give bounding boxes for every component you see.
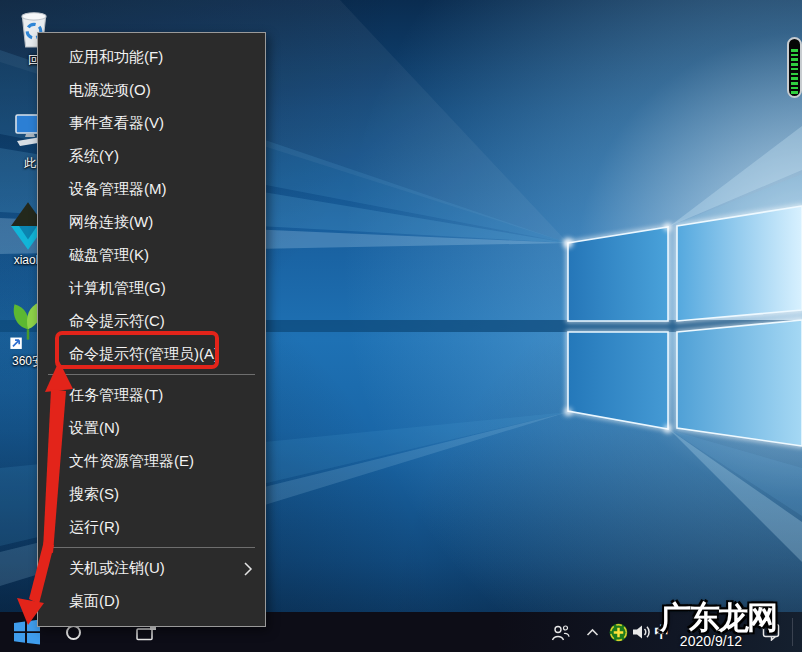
menu-item-label: 桌面(D) [69,592,120,611]
show-desktop-button[interactable] [792,618,793,646]
menu-item-label: 设备管理器(M) [69,180,167,199]
menu-item-power-options[interactable]: 电源选项(O) [38,74,265,107]
menu-item-disk-management[interactable]: 磁盘管理(K) [38,239,265,272]
annotation-highlight-box [55,331,219,369]
menu-item-label: 运行(R) [69,518,120,537]
menu-item-label: 磁盘管理(K) [69,246,149,265]
menu-item-task-manager[interactable]: 任务管理器(T) [38,379,265,412]
volume-tray-button[interactable] [630,612,654,652]
menu-item-run[interactable]: 运行(R) [38,511,265,544]
menu-item-computer-management[interactable]: 计算机管理(G) [38,272,265,305]
menu-item-label: 电源选项(O) [69,81,151,100]
menu-item-desktop[interactable]: 桌面(D) [38,585,265,618]
volume-indicator [787,37,802,98]
chevron-right-icon [243,561,253,577]
menu-item-label: 设置(N) [69,419,120,438]
chevron-up-icon [586,628,599,637]
menu-item-label: 应用和功能(F) [69,48,163,67]
menu-item-label: 命令提示符(C) [69,312,165,331]
menu-item-label: 关机或注销(U) [69,559,165,578]
menu-item-label: 计算机管理(G) [69,279,166,298]
menu-item-label: 网络连接(W) [69,213,153,232]
menu-item-network-connections[interactable]: 网络连接(W) [38,206,265,239]
volume-level-bars [791,47,798,94]
watermark-text: 广东龙网 [660,600,776,635]
menu-item-search[interactable]: 搜索(S) [38,478,265,511]
menu-separator [48,547,255,548]
menu-item-label: 文件资源管理器(E) [69,452,194,471]
winx-context-menu: 应用和功能(F) 电源选项(O) 事件查看器(V) 系统(Y) 设备管理器(M)… [37,32,266,627]
menu-item-device-manager[interactable]: 设备管理器(M) [38,173,265,206]
people-tray-button[interactable] [546,612,574,652]
menu-item-event-viewer[interactable]: 事件查看器(V) [38,107,265,140]
menu-item-label: 事件查看器(V) [69,114,164,133]
menu-separator [48,374,255,375]
360-antivirus-icon [609,623,628,642]
360-tray-button[interactable] [606,612,630,652]
menu-item-label: 系统(Y) [69,147,119,166]
watermark: 广东龙网 [660,597,776,639]
menu-item-system[interactable]: 系统(Y) [38,140,265,173]
menu-item-apps-and-features[interactable]: 应用和功能(F) [38,41,265,74]
menu-item-settings[interactable]: 设置(N) [38,412,265,445]
hidden-icons-button[interactable] [581,612,603,652]
speaker-icon [632,624,652,640]
icon-label: 此 [24,155,36,172]
windows-desktop: 回 此 xiaob 360安 [0,0,802,652]
people-icon [551,624,570,641]
menu-item-label: 任务管理器(T) [69,386,163,405]
menu-item-file-explorer[interactable]: 文件资源管理器(E) [38,445,265,478]
menu-item-shutdown-or-signout[interactable]: 关机或注销(U) [38,552,265,585]
menu-item-label: 搜索(S) [69,485,119,504]
